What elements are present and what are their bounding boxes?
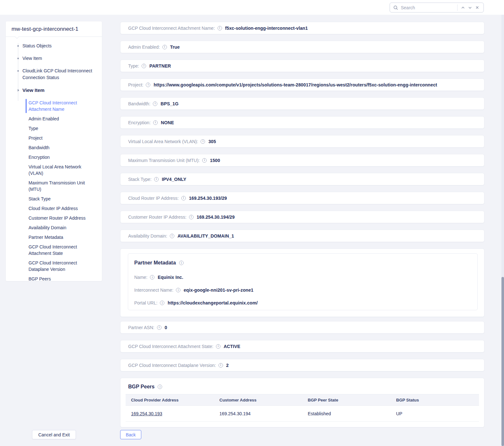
field-value: PARTNER <box>149 63 171 69</box>
field-label: Maximum Transmission Unit (MTU): <box>128 158 200 163</box>
search-close-button[interactable] <box>474 4 481 12</box>
field-row: Name:iEquinix Inc. <box>134 271 471 284</box>
sidebar-subitem[interactable]: BGP Peers <box>29 276 97 282</box>
info-icon[interactable]: i <box>162 45 167 49</box>
sidebar-item[interactable]: CloudLink GCP Cloud Interconnect Connect… <box>11 68 97 81</box>
info-icon[interactable]: i <box>216 344 220 349</box>
info-icon[interactable]: i <box>218 26 222 30</box>
sidebar-subitem-label: Encryption <box>29 155 50 160</box>
field-row: Portal URL:ihttps://cloudexchangeportal.… <box>134 296 471 309</box>
back-button[interactable]: Back <box>120 430 141 439</box>
bgp-cell: 169.254.30.194 <box>214 411 302 416</box>
sidebar-subitem[interactable]: Bandwidth <box>29 144 97 151</box>
info-icon[interactable]: i <box>219 363 223 368</box>
sidebar-subitem[interactable]: Customer Router IP Address <box>29 215 97 221</box>
sidebar-tree: Status ObjectsView ItemCloudLink GCP Clo… <box>11 37 97 282</box>
sidebar-subitem[interactable]: Partner Metadata <box>29 234 97 240</box>
top-bar <box>0 0 504 15</box>
sidebar-item[interactable]: Status Objects <box>11 43 97 49</box>
bgp-peers-title: BGP Peers <box>128 384 154 390</box>
sidebar-item-view-item-expanded[interactable]: View Item <box>11 87 97 94</box>
info-icon[interactable]: i <box>157 325 161 330</box>
info-icon[interactable]: i <box>154 177 159 182</box>
sidebar-panel: mw-test-gcp-interconnect-1 Status Object… <box>6 21 102 281</box>
field-value: NONE <box>161 120 174 125</box>
field-row: Encryption:iNONE <box>120 116 484 129</box>
bgp-peers-table: Cloud Provider AddressCustomer AddressBG… <box>126 394 479 422</box>
sidebar-subitem-label: Project <box>29 135 43 141</box>
sidebar-subitem-label: Availability Domain <box>29 225 66 230</box>
sidebar-subitem[interactable]: GCP Cloud Interconnect Dataplane Version <box>29 260 97 272</box>
info-icon[interactable]: i <box>176 288 180 292</box>
sidebar-subtree: GCP Cloud Interconnect Attachment NameAd… <box>11 99 97 282</box>
field-value: Equinix Inc. <box>158 275 183 280</box>
sidebar-subitem[interactable]: GCP Cloud Interconnect Attachment Name <box>29 100 97 112</box>
sidebar-subitem[interactable]: Maximum Transmission Unit (MTU) <box>29 180 97 192</box>
bgp-cell: Established <box>302 411 391 416</box>
sidebar-subitem[interactable]: Project <box>29 135 97 141</box>
sidebar-subitem[interactable]: Cloud Router IP Address <box>29 205 97 212</box>
chevron-down-icon <box>468 5 472 10</box>
sidebar-subitem-label: GCP Cloud Interconnect Dataplane Version <box>29 260 77 272</box>
search-input[interactable] <box>401 5 455 10</box>
sidebar-item[interactable]: View Item <box>11 55 97 62</box>
info-icon[interactable]: i <box>202 158 207 163</box>
field-label: Admin Enabled: <box>128 45 160 50</box>
field-label: Bandwidth: <box>128 101 150 106</box>
field-label: Cloud Router IP Address: <box>128 196 179 201</box>
info-icon[interactable]: i <box>160 301 164 305</box>
bgp-column-header: Customer Address <box>214 398 302 402</box>
field-label: Project: <box>128 82 143 87</box>
field-row: Project:ihttps://www.googleapis.com/comp… <box>120 78 484 91</box>
info-icon[interactable]: i <box>181 196 186 200</box>
bgp-cloud-provider-address-link[interactable]: 169.254.30.193 <box>126 411 214 416</box>
search-prev-button[interactable] <box>459 4 467 12</box>
info-icon[interactable]: i <box>153 120 158 125</box>
bgp-cell: UP <box>391 411 479 416</box>
sidebar-subitem[interactable]: Availability Domain <box>29 224 97 231</box>
close-icon <box>475 5 479 10</box>
sidebar-subitem[interactable]: Encryption <box>29 154 97 160</box>
chevron-up-icon <box>461 5 465 10</box>
sidebar-subitem[interactable]: GCP Cloud Interconnect Attachment State <box>29 244 97 256</box>
search-divider <box>457 4 458 11</box>
field-value: https://www.googleapis.com/compute/v1/pr… <box>153 82 437 87</box>
sidebar-subitem[interactable]: Virtual Local Area Network (VLAN) <box>29 164 97 176</box>
partner-metadata-inner-card: Partner Metadata i Name:iEquinix Inc.Int… <box>128 253 478 310</box>
info-icon[interactable]: i <box>170 234 174 238</box>
info-icon[interactable]: i <box>150 275 154 280</box>
info-icon[interactable]: i <box>201 139 205 144</box>
tree-bullet-icon <box>17 45 19 47</box>
vertical-scrollbar-thumb[interactable] <box>501 277 504 446</box>
info-icon[interactable]: i <box>142 64 146 68</box>
sidebar-subitem-label: Customer Router IP Address <box>29 215 86 221</box>
info-icon[interactable]: i <box>189 215 194 219</box>
partner-metadata-card: Partner Metadata i Name:iEquinix Inc.Int… <box>120 248 484 317</box>
sidebar-subitem[interactable]: Admin Enabled <box>29 116 97 122</box>
info-icon[interactable]: i <box>153 101 157 106</box>
info-icon[interactable]: i <box>179 261 184 265</box>
bgp-column-header: BGP Status <box>391 398 479 402</box>
table-row: 169.254.30.193169.254.30.194EstablishedU… <box>126 406 479 422</box>
sidebar-subitem[interactable]: Type <box>29 125 97 132</box>
cancel-and-exit-button[interactable]: Cancel and Exit <box>32 430 76 439</box>
field-row: Partner ASN:i0 <box>120 321 484 334</box>
field-label: Customer Router IP Address: <box>128 215 186 220</box>
tree-bullet-icon <box>17 70 19 72</box>
sidebar-subitem[interactable]: Stack Type <box>29 196 97 202</box>
search-next-button[interactable] <box>467 4 474 12</box>
field-value: 305 <box>208 139 216 144</box>
sidebar-item-label: CloudLink GCP Cloud Interconnect Connect… <box>22 68 92 80</box>
field-value: 169.254.30.193/29 <box>189 196 227 201</box>
info-icon[interactable]: i <box>146 83 150 87</box>
sidebar-item-label: View Item <box>22 56 42 61</box>
sidebar-subitem-label: Virtual Local Area Network (VLAN) <box>29 164 81 176</box>
field-value: IPV4_ONLY <box>162 177 186 182</box>
sidebar-subitem-label: Partner Metadata <box>29 235 63 240</box>
info-icon[interactable]: i <box>158 385 162 389</box>
sidebar-subitem-label: Type <box>29 126 38 131</box>
search-box[interactable] <box>390 3 484 12</box>
sidebar-subitem-label: GCP Cloud Interconnect Attachment State <box>29 244 77 256</box>
field-label: Name: <box>134 275 147 280</box>
field-row: GCP Cloud Interconnect Attachment State:… <box>120 340 484 353</box>
